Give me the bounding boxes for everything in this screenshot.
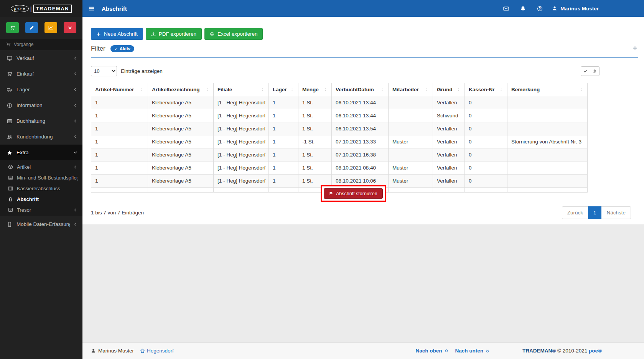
column-header-filiale[interactable]: Filiale bbox=[214, 83, 269, 96]
check-icon bbox=[583, 69, 588, 73]
column-header-mitarbeiter[interactable]: Mitarbeiter bbox=[389, 83, 433, 96]
table-row[interactable]: 1Klebervorlage A5[1 - Heg] Hegensdorf11 … bbox=[91, 96, 588, 109]
sidebar-subitem-label: Tresor bbox=[17, 207, 70, 213]
table-cell bbox=[214, 188, 269, 193]
table-cell: 1 bbox=[91, 122, 148, 135]
column-header-grund[interactable]: Grund bbox=[433, 83, 465, 96]
logo-divider: | bbox=[30, 5, 32, 12]
menu-toggle-button[interactable] bbox=[82, 0, 100, 17]
table-settings-button[interactable] bbox=[590, 66, 600, 76]
table-cell bbox=[507, 175, 588, 188]
column-header-artikelbezeichnung[interactable]: Artikelbezeichnung bbox=[148, 83, 214, 96]
sidebar-subitem-min-und-soll-bestandspflege[interactable]: Min- und Soll-Bestandspflege bbox=[0, 172, 82, 183]
sidebar-subitem-abschrift[interactable]: Abschrift bbox=[0, 194, 82, 204]
chevron-left-icon bbox=[73, 165, 77, 169]
chevron-left-icon bbox=[73, 87, 77, 92]
gears-icon bbox=[593, 69, 597, 73]
column-header-bemerkung[interactable]: Bemerkung bbox=[507, 83, 588, 96]
table-cell: Muster bbox=[389, 175, 433, 188]
excel-export-button[interactable]: Excel exportieren bbox=[204, 28, 263, 40]
help-button[interactable]: ? bbox=[531, 0, 548, 17]
table-cell bbox=[507, 109, 588, 122]
printer-icon bbox=[210, 32, 214, 36]
pdf-export-button[interactable]: PDF exportieren bbox=[146, 28, 202, 40]
main-area: Abschrift ? Marinus Muster Neue Abschrif… bbox=[82, 0, 644, 359]
page-size-select[interactable]: 10 bbox=[91, 66, 117, 76]
column-header-label: Menge bbox=[302, 87, 319, 92]
quick-pencil-button[interactable] bbox=[25, 22, 38, 33]
abschrift-stornieren-button[interactable]: Abschrift stornieren bbox=[324, 188, 383, 199]
chart-icon bbox=[48, 25, 53, 30]
footer-location-link[interactable]: Hegensdorf bbox=[140, 348, 174, 354]
pagination-page-1-button[interactable]: 1 bbox=[588, 206, 602, 219]
double-chevron-up-icon bbox=[444, 349, 449, 353]
column-header-label: Artikelbezeichnung bbox=[152, 87, 200, 92]
table-cell: Muster bbox=[389, 161, 433, 175]
messages-button[interactable] bbox=[497, 0, 514, 17]
toolbar: Neue Abschrift PDF exportieren Excel exp… bbox=[91, 28, 638, 40]
table-cell: Schwund bbox=[433, 109, 465, 122]
sidebar-subitem-tresor[interactable]: Tresor bbox=[0, 204, 82, 215]
table-row[interactable]: 1Klebervorlage A5[1 - Heg] Hegensdorf11 … bbox=[91, 109, 588, 122]
table-cell: 1 bbox=[269, 148, 298, 161]
brand-logo[interactable]: p·o·e | TRADEMAN bbox=[0, 0, 82, 17]
sidebar-item-kundenbindung[interactable]: Kundenbindung bbox=[0, 129, 82, 145]
entries-summary: 1 bis 7 von 7 Einträgen bbox=[91, 210, 144, 216]
scroll-top-link[interactable]: Nach oben bbox=[416, 348, 449, 354]
download-icon bbox=[151, 32, 156, 36]
table-row[interactable]: 1Klebervorlage A5[1 - Heg] Hegensdorf11 … bbox=[91, 161, 588, 175]
new-abschrift-button[interactable]: Neue Abschrift bbox=[91, 28, 143, 40]
quick-chart-button[interactable] bbox=[44, 22, 57, 33]
pagination: Zurück 1 Nächste bbox=[562, 206, 631, 219]
sidebar-submenu-extra: ArtikelMin- und Soll-BestandspflegeKassi… bbox=[0, 160, 82, 216]
pagination-prev-button[interactable]: Zurück bbox=[562, 206, 588, 219]
quick-cart-button[interactable] bbox=[6, 22, 19, 33]
column-header-kassen-nr[interactable]: Kassen-Nr bbox=[465, 83, 507, 96]
chevron-left-icon bbox=[73, 103, 77, 107]
scroll-bottom-link[interactable]: Nach unten bbox=[455, 348, 490, 354]
sidebar-subitem-kassiererabschluss[interactable]: Kassiererabschluss bbox=[0, 183, 82, 194]
truck-icon bbox=[6, 87, 13, 92]
sort-icon bbox=[425, 87, 429, 92]
sidebar-item-label: Information bbox=[16, 102, 70, 108]
sidebar-item-lager[interactable]: Lager bbox=[0, 82, 82, 97]
table-cell: Klebervorlage A5 bbox=[148, 161, 214, 175]
quick-action-buttons bbox=[0, 17, 82, 37]
table-row[interactable]: 1Klebervorlage A5[1 - Heg] Hegensdorf11 … bbox=[91, 122, 588, 135]
table-cell: 1 bbox=[269, 161, 298, 175]
column-header-lager[interactable]: Lager bbox=[269, 83, 298, 96]
table-cell: -1 St. bbox=[298, 135, 332, 148]
sort-icon bbox=[205, 87, 209, 92]
column-header-verbuchtdatum[interactable]: VerbuchtDatum bbox=[332, 83, 389, 96]
table-cell: 06.10.2021 13:44 bbox=[332, 109, 389, 122]
sort-icon bbox=[456, 87, 461, 92]
table-row[interactable]: 1Klebervorlage A5[1 - Heg] Hegensdorf11 … bbox=[91, 148, 588, 161]
sidebar-item-einkauf[interactable]: Einkauf bbox=[0, 66, 82, 82]
sidebar-item-verkauf[interactable]: Verkauf bbox=[0, 50, 82, 66]
column-header-menge[interactable]: Menge bbox=[298, 83, 332, 96]
notifications-button[interactable] bbox=[514, 0, 531, 17]
sidebar-item-mobile-daten-erfassung[interactable]: Mobile Daten-Erfassung bbox=[0, 216, 82, 232]
sidebar-item-information[interactable]: Information bbox=[0, 97, 82, 113]
table-cell: 1 bbox=[91, 175, 148, 188]
table-cell: 0 bbox=[465, 175, 507, 188]
sidebar-subitem-artikel[interactable]: Artikel bbox=[0, 161, 82, 172]
user-menu[interactable]: Marinus Muster bbox=[548, 0, 603, 17]
sidebar-section-vorgaenge: Vorgänge bbox=[0, 39, 82, 50]
pagination-next-button[interactable]: Nächste bbox=[601, 206, 631, 219]
table-row[interactable]: 1Klebervorlage A5[1 - Heg] Hegensdorf1-1… bbox=[91, 135, 588, 148]
sidebar-item-buchhaltung[interactable]: Buchhaltung bbox=[0, 113, 82, 129]
column-header-label: VerbuchtDatum bbox=[336, 87, 374, 92]
chevron-left-icon bbox=[73, 119, 77, 123]
filter-expand-button[interactable] bbox=[632, 46, 638, 52]
quick-gears-button[interactable] bbox=[64, 22, 76, 33]
column-header-artikel-nummer[interactable]: Artikel-Nummer bbox=[91, 83, 148, 96]
filter-active-badge[interactable]: Aktiv bbox=[110, 45, 134, 52]
column-select-button[interactable] bbox=[581, 66, 590, 76]
sidebar-item-extra[interactable]: Extra bbox=[0, 145, 82, 160]
table-cell: Klebervorlage A5 bbox=[148, 135, 214, 148]
table-cell: 06.10.2021 13:54 bbox=[332, 122, 389, 135]
table-cell: [1 - Heg] Hegensdorf bbox=[214, 161, 269, 175]
table-cell: 06.10.2021 13:44 bbox=[332, 96, 389, 109]
table-cell: Verfallen bbox=[433, 161, 465, 175]
